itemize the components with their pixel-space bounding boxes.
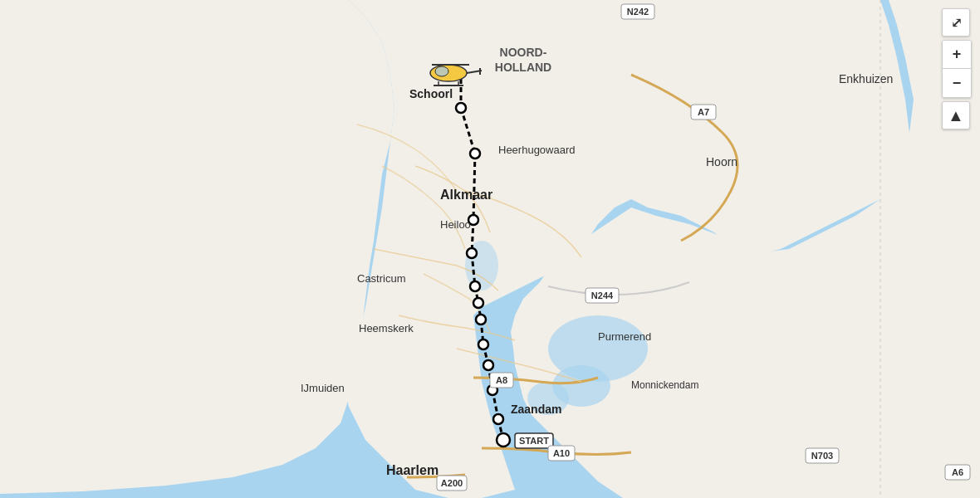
zoom-in-button[interactable]: + [943, 41, 971, 69]
map-container: Schoorl Heerhugowaard Alkmaar Heiloo Cas… [0, 0, 980, 498]
svg-point-21 [470, 149, 480, 159]
svg-text:A6: A6 [952, 467, 963, 477]
svg-text:Monnickendam: Monnickendam [631, 379, 698, 391]
svg-text:N244: N244 [591, 290, 614, 300]
svg-text:NOORD-: NOORD- [500, 46, 547, 59]
svg-text:A7: A7 [698, 107, 709, 117]
zoom-out-button[interactable]: − [943, 69, 971, 97]
svg-text:IJmuiden: IJmuiden [301, 382, 345, 394]
svg-text:Alkmaar: Alkmaar [440, 188, 492, 202]
svg-point-27 [478, 339, 488, 349]
svg-text:N242: N242 [627, 7, 649, 17]
svg-text:Zaandam: Zaandam [511, 403, 561, 416]
svg-text:Castricum: Castricum [357, 272, 406, 285]
map-controls: ⤢ + − ▲ [942, 8, 972, 129]
svg-point-31 [497, 433, 510, 447]
svg-point-23 [467, 248, 477, 258]
svg-text:Enkhuizen: Enkhuizen [839, 72, 893, 85]
svg-text:Haarlem: Haarlem [386, 463, 439, 477]
svg-marker-1 [0, 0, 394, 494]
svg-text:Heiloo: Heiloo [440, 218, 471, 231]
compass-icon: ▲ [948, 106, 964, 125]
svg-point-39 [435, 66, 448, 76]
svg-text:Purmerend: Purmerend [598, 330, 651, 343]
svg-text:A8: A8 [496, 375, 507, 385]
svg-text:HOLLAND: HOLLAND [495, 61, 551, 74]
svg-text:Hoorn: Hoorn [706, 155, 737, 168]
svg-text:Heerhugowaard: Heerhugowaard [498, 144, 576, 156]
svg-point-26 [476, 315, 486, 325]
fullscreen-button[interactable]: ⤢ [942, 8, 970, 37]
svg-point-30 [493, 414, 503, 424]
compass-button[interactable]: ▲ [942, 101, 970, 129]
svg-point-24 [470, 281, 480, 291]
expand-icon: ⤢ [951, 15, 962, 31]
svg-text:A10: A10 [553, 448, 570, 458]
svg-point-28 [483, 360, 493, 370]
svg-point-20 [456, 103, 466, 113]
svg-point-25 [473, 298, 483, 308]
map-svg: Schoorl Heerhugowaard Alkmaar Heiloo Cas… [0, 0, 980, 498]
svg-text:A200: A200 [441, 478, 463, 488]
svg-text:Heemskerk: Heemskerk [359, 322, 414, 334]
zoom-controls: + − [942, 40, 972, 98]
svg-text:N703: N703 [811, 451, 833, 461]
svg-text:START: START [519, 436, 549, 446]
svg-text:Schoorl: Schoorl [409, 87, 453, 100]
